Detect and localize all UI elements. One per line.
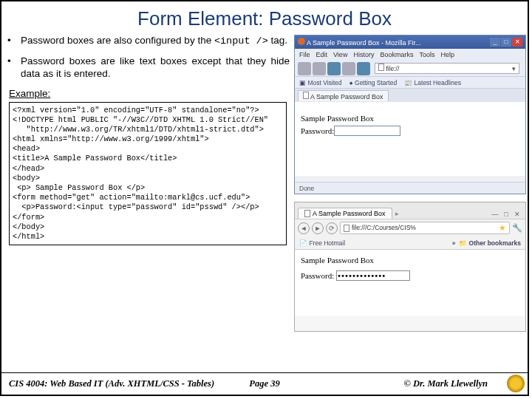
- bm-label: Free Hotmail: [309, 239, 345, 247]
- firefox-address-text: file://: [386, 65, 399, 72]
- tab-favicon: [303, 92, 309, 99]
- password-row: Password:: [301, 270, 519, 281]
- maximize-button[interactable]: □: [501, 210, 511, 219]
- minimize-button[interactable]: —: [490, 210, 500, 219]
- footer-author: © Dr. Mark Llewellyn: [403, 378, 488, 389]
- chrome-tab[interactable]: A Sample Password Box: [298, 208, 392, 219]
- bookmark-hotmail[interactable]: 📄 Free Hotmail: [299, 239, 345, 247]
- slide-container: Form Element: Password Box • Password bo…: [0, 0, 529, 396]
- settings-wrench-icon[interactable]: 🔧: [512, 223, 522, 233]
- reload-button[interactable]: ⟳: [326, 222, 338, 234]
- footer-course: CIS 4004: Web Based IT (Adv. XHTML/CSS -…: [9, 378, 214, 389]
- firefox-title-text: A Sample Password Box - Mozilla Fir...: [298, 38, 421, 47]
- bullet-item: • Password boxes are also configured by …: [7, 35, 290, 48]
- reload-button[interactable]: [327, 62, 341, 75]
- firefox-page-body: Sample Password Box Password:: [295, 102, 525, 176]
- chrome-address-bar[interactable]: file:///C:/Courses/CIS%★: [340, 222, 510, 234]
- chrome-page-body: Sample Password Box Password:: [295, 250, 525, 316]
- menu-help[interactable]: Help: [440, 51, 454, 58]
- chrome-tab-label: A Sample Password Box: [313, 210, 386, 217]
- bookmark-getting-started[interactable]: ● Getting Started: [349, 79, 398, 86]
- bullet-code: <input />: [214, 35, 268, 47]
- password-input[interactable]: [336, 270, 410, 281]
- bm-label: Most Visited: [307, 79, 341, 86]
- page-heading: Sample Password Box: [301, 114, 519, 123]
- bookmarks-overflow[interactable]: » 📁 Other bookmarks: [452, 239, 521, 247]
- bullet-post: tag.: [268, 35, 287, 46]
- ucf-logo-icon: [507, 375, 525, 392]
- back-button[interactable]: [298, 62, 311, 75]
- bullet-list: • Password boxes are also configured by …: [7, 35, 290, 81]
- menu-edit[interactable]: Edit: [316, 51, 328, 58]
- bm-label: Latest Headlines: [415, 79, 461, 86]
- dropdown-icon[interactable]: ▾: [512, 64, 516, 75]
- content-row: • Password boxes are also configured by …: [1, 35, 528, 332]
- firefox-tabstrip: A Sample Password Box: [295, 89, 525, 102]
- maximize-button[interactable]: □: [501, 38, 511, 47]
- back-button[interactable]: ◄: [298, 222, 310, 234]
- slide-footer: CIS 4004: Web Based IT (Adv. XHTML/CSS -…: [1, 372, 528, 395]
- forward-button[interactable]: [313, 62, 326, 75]
- bookmark-most-visited[interactable]: ▣ Most Visited: [299, 79, 342, 86]
- minimize-button[interactable]: _: [490, 38, 500, 47]
- password-row: Password:: [301, 126, 519, 136]
- menu-history[interactable]: History: [353, 51, 374, 58]
- bullet-item: • Password boxes are like text boxes exc…: [7, 55, 290, 81]
- window-buttons: —□✕: [490, 210, 522, 219]
- password-label: Password:: [301, 126, 334, 135]
- chrome-tabstrip: A Sample Password Box ▸ —□✕: [295, 202, 525, 219]
- firefox-toolbar: file:// ▾: [295, 61, 525, 77]
- tab-favicon: [304, 210, 310, 217]
- firefox-tab[interactable]: A Sample Password Box: [298, 90, 389, 101]
- close-button[interactable]: ✕: [512, 38, 522, 47]
- page-icon: [378, 64, 384, 71]
- bullet-marker: •: [7, 35, 21, 48]
- password-label: Password:: [301, 271, 334, 280]
- close-button[interactable]: ✕: [512, 210, 522, 219]
- chrome-address-text: file:///C:/Courses/CIS%: [352, 222, 416, 234]
- firefox-window: A Sample Password Box - Mozilla Fir... _…: [294, 35, 526, 194]
- right-column: A Sample Password Box - Mozilla Fir... _…: [290, 35, 526, 332]
- forward-button[interactable]: ►: [312, 222, 324, 234]
- footer-page: Page 39: [249, 378, 279, 389]
- bullet-marker: •: [7, 55, 21, 81]
- slide-title: Form Element: Password Box: [1, 1, 528, 35]
- bm-label: Getting Started: [355, 79, 397, 86]
- new-tab-button[interactable]: ▸: [392, 208, 402, 219]
- menu-file[interactable]: File: [299, 51, 310, 58]
- menu-tools[interactable]: Tools: [419, 51, 434, 58]
- menu-bookmarks[interactable]: Bookmarks: [380, 51, 413, 58]
- chrome-bookmarks-bar: 📄 Free Hotmail » 📁 Other bookmarks: [295, 236, 525, 250]
- left-column: • Password boxes are also configured by …: [7, 35, 290, 332]
- firefox-address-bar[interactable]: file:// ▾: [375, 63, 519, 74]
- page-heading: Sample Password Box: [301, 256, 519, 265]
- bullet-text: Password boxes are like text boxes excep…: [21, 55, 290, 81]
- window-buttons: _□✕: [489, 38, 522, 47]
- stop-button[interactable]: [342, 62, 355, 75]
- chrome-toolbar: ◄ ► ⟳ file:///C:/Courses/CIS%★ 🔧: [295, 219, 525, 236]
- bookmark-latest-headlines[interactable]: 📰 Latest Headlines: [404, 79, 461, 86]
- password-input[interactable]: [334, 126, 400, 136]
- menu-view[interactable]: View: [333, 51, 347, 58]
- bullet-pre: Password boxes are also configured by th…: [21, 35, 214, 46]
- firefox-statusbar: Done: [295, 182, 525, 194]
- bullet-text: Password boxes are also configured by th…: [21, 35, 290, 48]
- home-button[interactable]: [357, 62, 370, 75]
- chrome-window: A Sample Password Box ▸ —□✕ ◄ ► ⟳ file:/…: [294, 202, 526, 332]
- bm-label: Other bookmarks: [469, 239, 521, 247]
- page-icon: [344, 225, 349, 232]
- firefox-titlebar: A Sample Password Box - Mozilla Fir... _…: [295, 35, 525, 49]
- firefox-tab-label: A Sample Password Box: [310, 93, 383, 100]
- firefox-menubar: File Edit View History Bookmarks Tools H…: [295, 49, 525, 61]
- code-example: <?xml version="1.0" encoding="UTF-8" sta…: [9, 102, 287, 245]
- firefox-title-label: A Sample Password Box - Mozilla Fir...: [307, 39, 421, 47]
- firefox-icon: [298, 38, 305, 45]
- example-label: Example:: [9, 88, 290, 99]
- bookmark-star-icon[interactable]: ★: [499, 222, 506, 234]
- firefox-bookmarks-bar: ▣ Most Visited ● Getting Started 📰 Lates…: [295, 77, 525, 89]
